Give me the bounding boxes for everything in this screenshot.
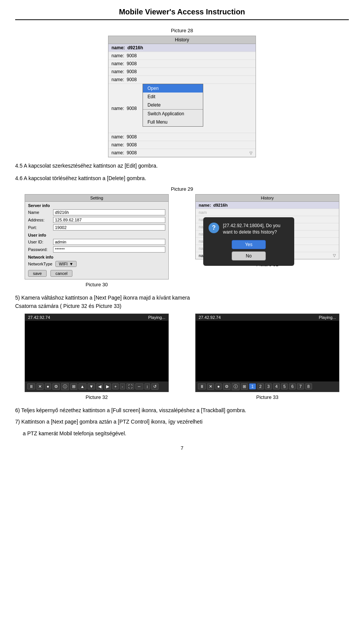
section-text-2: 4.6 A kapcsolat törléséhez kattintson a … <box>15 174 349 182</box>
video-player-32[interactable]: 27.42.92.74 Playing... ⏸ ✕ ● ⚙ ⓘ ⊞ ▲ ▼ ◀… <box>25 314 169 392</box>
zoom-in-icon[interactable]: + <box>112 383 118 389</box>
save-button[interactable]: save <box>28 270 47 277</box>
section-text-8: a PTZ kamerát Mobil telefonja segítségév… <box>15 429 349 438</box>
userid-input[interactable] <box>53 239 165 245</box>
list-item[interactable]: name: 9008 ▽ <box>108 149 256 157</box>
video-screen-33 <box>196 321 339 381</box>
wifi-button[interactable]: WIFI ▼ <box>55 261 77 267</box>
picture32-block: 27.42.92.74 Playing... ⏸ ✕ ● ⚙ ⓘ ⊞ ▲ ▼ ◀… <box>15 314 178 402</box>
list-item[interactable]: nam <box>196 209 339 216</box>
record-icon-33[interactable]: ● <box>215 383 222 389</box>
port-input[interactable] <box>53 224 165 231</box>
cancel-button[interactable]: cancel <box>50 270 72 277</box>
expand-h-icon[interactable]: ↔ <box>135 383 143 389</box>
down-icon[interactable]: ▼ <box>88 383 96 389</box>
section-text-6: 6) Teljes képernyő nézethez kattintson a… <box>15 406 349 414</box>
pictures-32-33-row: 27.42.92.74 Playing... ⏸ ✕ ● ⚙ ⓘ ⊞ ▲ ▼ ◀… <box>15 314 349 402</box>
history-panel-header-31: History <box>196 195 339 202</box>
history-box-28: History name: d9216h name: 9008 name: 90… <box>108 36 256 157</box>
video-ip-33: 27.42.92.74 <box>199 315 221 320</box>
grid-icon[interactable]: ⊞ <box>70 383 77 390</box>
page-number: 7 <box>15 445 349 451</box>
list-item-context[interactable]: name: 9008 Open Edit Delete Switch Appli… <box>108 84 256 133</box>
menu-item-switch[interactable]: Switch Application <box>143 109 203 118</box>
channel-5-btn[interactable]: 5 <box>281 383 288 389</box>
question-icon: ? <box>209 223 219 233</box>
scroll-indicator: ▽ <box>249 151 253 155</box>
zoom-out-icon[interactable]: - <box>120 383 125 389</box>
info-icon-33[interactable]: ⓘ <box>232 383 240 390</box>
left-icon[interactable]: ◀ <box>96 383 103 390</box>
video-ip-32: 27.42.92.74 <box>28 315 50 320</box>
picture30-label: Picture 30 <box>86 282 108 287</box>
name-field-row: Name <box>25 209 168 216</box>
menu-item-open[interactable]: Open <box>143 84 203 93</box>
menu-item-fullmenu[interactable]: Full Menu <box>143 118 203 126</box>
channel-1-btn[interactable]: 1 <box>249 383 256 389</box>
password-field-row: Password: <box>25 246 168 253</box>
setting-panel-header: Setting <box>25 195 168 202</box>
context-menu[interactable]: Open Edit Delete Switch Application Full… <box>143 84 203 127</box>
menu-item-delete[interactable]: Delete <box>143 101 203 109</box>
grid-icon-33[interactable]: ⊞ <box>241 383 248 390</box>
list-item[interactable]: name: d9216h <box>108 44 256 52</box>
yes-button[interactable]: Yes <box>232 240 266 249</box>
channel-6-btn[interactable]: 6 <box>289 383 296 389</box>
dialog-buttons: Yes No <box>209 240 289 261</box>
picture28-container: History name: d9216h name: 9008 name: 90… <box>15 36 349 157</box>
channel-7-btn[interactable]: 7 <box>297 383 304 389</box>
no-button[interactable]: No <box>232 251 266 261</box>
right-icon[interactable]: ▶ <box>104 383 111 390</box>
scroll-indicator-31: ▽ <box>333 253 336 258</box>
address-input[interactable] <box>53 217 165 223</box>
history-header-28: History <box>108 36 256 44</box>
list-item[interactable]: name: 9008 <box>108 68 256 76</box>
up-icon[interactable]: ▲ <box>78 383 86 389</box>
picture33-block: 27.42.92.74 Playing... ⏸ ✕ ● ⚙ ⓘ ⊞ 1 2 3… <box>186 314 349 402</box>
port-field-row: Port: <box>25 224 168 231</box>
video-player-33[interactable]: 27.42.92.74 Playing... ⏸ ✕ ● ⚙ ⓘ ⊞ 1 2 3… <box>195 314 339 392</box>
fullscreen-icon[interactable]: ⛶ <box>126 383 134 389</box>
history-panel-31: History name: d9216h nam nam nam nam nam… <box>195 194 339 259</box>
picture31-block: History name: d9216h nam nam nam nam nam… <box>186 194 349 270</box>
list-item[interactable]: name: 9008 <box>108 133 256 141</box>
list-item[interactable]: name: 9008 <box>108 76 256 84</box>
wifi-label: WIFI <box>59 262 67 266</box>
name-label: Name <box>28 210 51 215</box>
password-input[interactable] <box>53 246 165 253</box>
stop-icon-33[interactable]: ✕ <box>207 383 214 390</box>
network-type-label: NetworkType <box>28 262 52 266</box>
channel-3-btn[interactable]: 3 <box>265 383 272 389</box>
delete-confirmation-dialog[interactable]: ? [27.42.92.74:18004], Do you want to de… <box>203 217 294 266</box>
stop-icon[interactable]: ✕ <box>36 383 44 390</box>
record-icon[interactable]: ● <box>45 383 51 389</box>
pause-icon[interactable]: ⏸ <box>27 383 35 389</box>
list-item[interactable]: name: 9008 <box>108 141 256 149</box>
server-info-title: Server info <box>25 202 168 209</box>
channel-2-btn[interactable]: 2 <box>257 383 264 389</box>
form-buttons: save cancel <box>25 268 168 279</box>
dialog-header: ? [27.42.92.74:18004], Do you want to de… <box>209 223 289 235</box>
text-5-label: 5) Kamera váltáshoz kattintson a [Next P… <box>15 295 190 301</box>
menu-item-edit[interactable]: Edit <box>143 93 203 101</box>
picture29-label: Picture 29 <box>15 186 349 192</box>
address-field-row: Address: <box>25 216 168 224</box>
section-text-7: 7) Kattintson a [Next page] gombra aztán… <box>15 417 349 426</box>
pictures-30-31-row: Setting Server info Name Address: Port: … <box>15 194 349 290</box>
network-info-title: Network info <box>25 253 168 260</box>
settings-icon-33[interactable]: ⚙ <box>223 383 231 390</box>
name-input[interactable] <box>53 209 165 215</box>
list-item[interactable]: name: d9216h <box>196 202 339 209</box>
settings-icon[interactable]: ⚙ <box>52 383 60 390</box>
info-icon[interactable]: ⓘ <box>61 383 69 390</box>
list-item[interactable]: name: 9008 <box>108 52 256 60</box>
picture33-label: Picture 33 <box>256 394 279 400</box>
pause-icon-33[interactable]: ⏸ <box>198 383 206 389</box>
picture28-label: Picture 28 <box>15 28 349 33</box>
rotate-icon[interactable]: ↺ <box>151 383 158 390</box>
channel-8-btn[interactable]: 8 <box>305 383 312 389</box>
list-item[interactable]: name: 9008 <box>108 60 256 68</box>
channel-4-btn[interactable]: 4 <box>273 383 280 389</box>
expand-v-icon[interactable]: ↕ <box>144 383 151 389</box>
network-type-row: NetworkType WIFI ▼ <box>25 260 168 268</box>
